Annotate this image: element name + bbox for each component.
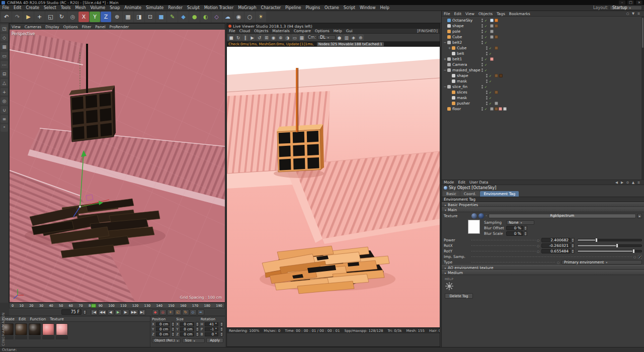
redo-icon[interactable]: ↷ (12, 12, 23, 22)
object-manager-menu-item[interactable]: Objects (476, 12, 495, 16)
tag-icon[interactable] (490, 24, 494, 28)
stepper[interactable] (524, 231, 527, 236)
object-label[interactable]: shape (457, 73, 486, 78)
slider-knob[interactable] (595, 238, 598, 242)
render-view-icon[interactable]: ▦ (123, 12, 133, 22)
clay-mode-icon[interactable]: ● (336, 34, 343, 41)
enable-check-icon[interactable] (485, 57, 489, 61)
material-menu-item[interactable]: Edit (17, 317, 28, 321)
value-field[interactable]: 2.400682 (541, 238, 571, 242)
locked-workplane-icon[interactable]: ≡ (1, 115, 8, 123)
primitive-cube-icon[interactable]: ■ (156, 12, 167, 22)
material-thumbnail[interactable] (15, 323, 27, 335)
viewer-settings-icon[interactable]: ⊛ (357, 34, 364, 41)
size-mode-dropdown[interactable]: Size (182, 338, 205, 343)
tag-icon[interactable] (499, 107, 502, 111)
goto-end-button[interactable]: ▶| (139, 309, 146, 315)
tag-icon[interactable] (495, 35, 498, 39)
tag-icon[interactable] (490, 19, 494, 22)
attribute-tab[interactable]: Basic (443, 191, 460, 197)
material-thumbnail[interactable] (42, 323, 54, 335)
stepper[interactable] (571, 249, 575, 253)
expand-toggle[interactable]: + (447, 46, 452, 50)
texture-ball-icon[interactable] (478, 213, 484, 219)
play-render-icon[interactable]: ▶ (249, 34, 256, 41)
value-field[interactable]: 0.655484 (541, 249, 571, 253)
deformer-icon[interactable]: ◇ (211, 12, 222, 22)
visibility-dots[interactable] (481, 85, 483, 89)
coord-mode-dropdown[interactable]: Object (Rel.) (152, 338, 181, 343)
denoise-icon[interactable]: ◈ (350, 34, 357, 41)
subsample-icon[interactable]: ▥ (343, 34, 350, 41)
tag-icon[interactable] (495, 91, 498, 94)
film-region-icon[interactable]: ▦ (298, 34, 305, 41)
keyframe-dot-icon[interactable] (537, 249, 541, 253)
minimize-button[interactable]: – (619, 1, 625, 5)
object-label[interactable]: Cube (452, 35, 481, 39)
back-icon[interactable]: ◀ (614, 180, 619, 185)
search-icon[interactable]: ○ (625, 12, 630, 16)
tag-icon[interactable] (495, 107, 498, 111)
move-icon[interactable]: + (34, 12, 45, 22)
blur-field[interactable]: 0 % (506, 231, 523, 236)
points-mode-icon[interactable]: ⋯ (1, 61, 8, 68)
menu-item[interactable]: Character (259, 6, 283, 10)
pin-icon[interactable]: ▲ (631, 180, 635, 185)
object-row-shape[interactable]: shape (442, 23, 644, 29)
shader-expand-button[interactable] (637, 214, 642, 218)
keyframe-dot-icon[interactable] (557, 260, 561, 264)
enable-check-icon[interactable] (485, 24, 489, 28)
object-label[interactable]: shape (452, 24, 481, 28)
viewport-menu-item[interactable]: Display (43, 25, 61, 29)
make-editable-icon[interactable]: ◳ (1, 25, 8, 32)
workplane-mode-icon[interactable]: ▭ (1, 52, 8, 59)
menu-item[interactable]: Render (166, 6, 185, 10)
stepper[interactable] (571, 238, 575, 242)
enable-check-icon[interactable] (485, 35, 489, 39)
autokey-button[interactable]: ◎ (159, 309, 167, 315)
panel-menu-icon[interactable]: ≡ (636, 180, 641, 185)
visibility-dots[interactable] (481, 35, 483, 39)
visibility-dots[interactable] (481, 24, 483, 28)
environment-icon[interactable]: ☁ (222, 12, 233, 22)
layer-browser-icon[interactable]: ≡ (636, 12, 641, 16)
coordinate-field[interactable]: 0 cm (156, 327, 170, 331)
undo-icon[interactable]: ↶ (1, 12, 12, 22)
object-label[interactable]: slices (457, 90, 486, 95)
enable-check-icon[interactable] (485, 107, 489, 111)
tag-icon[interactable] (503, 107, 507, 111)
coordinate-field[interactable]: 0 ° (205, 332, 218, 336)
stepper[interactable] (220, 322, 223, 326)
object-row-belt[interactable]: belt (442, 51, 644, 56)
lock-resolution-icon[interactable]: ⊞ (263, 34, 270, 41)
reset-icon[interactable]: ↺ (256, 34, 263, 41)
pick-material-icon[interactable]: ◑ (284, 34, 291, 41)
object-label[interactable]: Camera (452, 62, 481, 67)
enable-check-icon[interactable] (485, 19, 489, 22)
coordinate-field[interactable]: 0 cm (156, 322, 170, 326)
object-label[interactable]: OctaneSky (452, 18, 481, 23)
tag-icon[interactable] (495, 74, 498, 77)
timeline-ruler[interactable]: 0102030405060708090100110120130140150160… (9, 303, 225, 308)
stop-render-icon[interactable]: ■ (228, 34, 234, 41)
object-label[interactable]: masked_shape (452, 68, 481, 72)
enable-check-icon[interactable] (489, 91, 493, 94)
object-label[interactable]: belt (457, 51, 486, 56)
menu-item[interactable]: Animate (122, 6, 144, 10)
material-menu-item[interactable]: Texture (48, 317, 65, 321)
menu-item[interactable]: Tools (58, 6, 73, 10)
play-button[interactable]: ▶ (115, 309, 122, 315)
enable-check-icon[interactable] (485, 41, 489, 44)
object-row-camera[interactable]: Camera (442, 62, 644, 67)
octane-menu-item[interactable]: Objects (252, 29, 270, 33)
expand-toggle[interactable]: − (443, 85, 447, 89)
tag-icon[interactable] (495, 102, 498, 105)
slider-track[interactable] (577, 244, 642, 247)
object-manager-menu-item[interactable]: File (442, 12, 452, 16)
object-label[interactable]: slice_fin (452, 84, 481, 89)
viewport-solo-icon[interactable]: ◎ (1, 97, 8, 105)
subdivision-surface-icon[interactable]: ◆ (178, 12, 189, 22)
field-icon[interactable]: ◐ (200, 12, 211, 22)
object-manager-menu-item[interactable]: Edit (452, 12, 464, 16)
record-pla-button[interactable]: ≈ (197, 309, 204, 315)
